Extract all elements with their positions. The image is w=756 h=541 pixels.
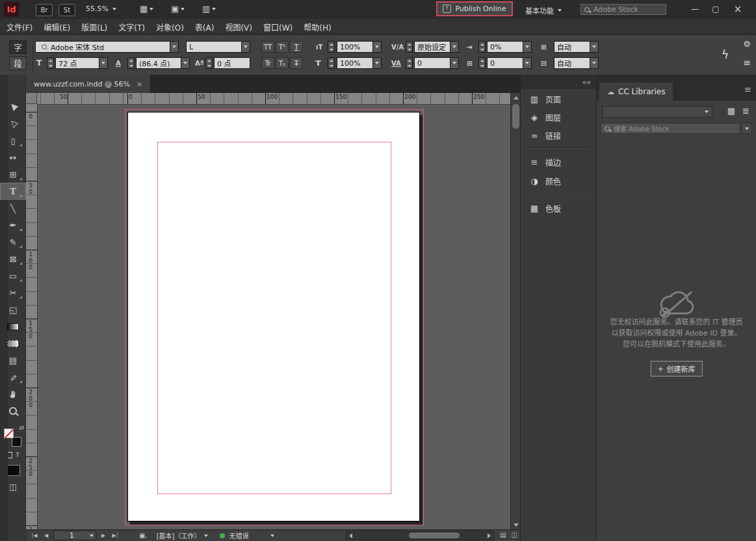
screen-mode-dropdown-icon[interactable]: ▣ bbox=[171, 4, 185, 14]
content-collector-tool[interactable]: ⊞ bbox=[0, 166, 26, 183]
menu-layout[interactable]: 版面(L) bbox=[81, 21, 107, 33]
publish-online-button[interactable]: ↑ Publish Online bbox=[436, 1, 513, 16]
vertical-scrollbar-thumb[interactable] bbox=[512, 104, 519, 129]
leading-dropdown[interactable] bbox=[181, 57, 190, 69]
gradient-swatch-tool[interactable] bbox=[0, 318, 26, 335]
free-transform-tool[interactable]: ◱ bbox=[0, 301, 26, 318]
first-page-button[interactable]: |◀ bbox=[29, 533, 40, 538]
grid-view-icon[interactable]: ▦ bbox=[727, 106, 735, 116]
pencil-tool[interactable]: ✎ bbox=[0, 233, 26, 250]
line-tool[interactable]: ╲ bbox=[0, 200, 26, 217]
paragraph-formatting-button[interactable]: 段 bbox=[9, 57, 27, 70]
leading-field[interactable]: (86.4 点) bbox=[136, 57, 181, 69]
maximize-button[interactable]: ▢ bbox=[707, 0, 724, 18]
preflight-profile-dropdown[interactable]: [基本]（工作） bbox=[157, 531, 209, 540]
panel-menu-icon[interactable]: ≡ bbox=[743, 57, 751, 68]
rectangle-frame-tool[interactable]: ⊠ bbox=[0, 250, 26, 267]
document-page[interactable] bbox=[127, 112, 420, 521]
document-tab[interactable]: www.uzzf.com.indd @ 56% × bbox=[26, 75, 151, 93]
font-style-field[interactable]: L bbox=[186, 41, 242, 53]
menu-file[interactable]: 文件(F) bbox=[7, 21, 33, 33]
next-page-button[interactable]: ▶ bbox=[98, 533, 109, 538]
close-tab-icon[interactable]: × bbox=[137, 80, 142, 88]
aki-dropdown[interactable] bbox=[523, 57, 532, 69]
menu-edit[interactable]: 编辑(E) bbox=[44, 21, 70, 33]
horizontal-scale-stepper[interactable] bbox=[328, 57, 335, 69]
panel-button-color[interactable]: ◑颜色 bbox=[521, 173, 597, 189]
previous-page-button[interactable]: ◀ bbox=[40, 533, 52, 538]
page-number-field[interactable]: 1 bbox=[53, 531, 96, 540]
minimize-button[interactable]: — bbox=[685, 0, 705, 18]
scroll-up-button[interactable] bbox=[511, 93, 520, 102]
tab-cc-libraries[interactable]: ☁ CC Libraries bbox=[599, 83, 673, 101]
tracking-field[interactable]: 0 bbox=[414, 57, 450, 69]
subscript-button[interactable]: T₁ bbox=[276, 57, 289, 69]
adobe-stock-search-input[interactable]: Adobe Stock bbox=[580, 4, 666, 15]
aki-field[interactable]: 0 bbox=[487, 57, 523, 69]
gap-tool[interactable]: ↔ bbox=[0, 149, 26, 166]
scroll-right-button[interactable] bbox=[485, 531, 493, 540]
panel-button-layers[interactable]: ◈图层 bbox=[521, 109, 597, 125]
quick-apply-icon[interactable]: ϟ bbox=[722, 48, 729, 61]
vertical-ruler[interactable]: 0 50 100 150 200 250 300 bbox=[26, 104, 38, 529]
kerning-field[interactable]: 原始设定 bbox=[414, 41, 450, 53]
horizontal-scrollbar[interactable] bbox=[346, 531, 494, 540]
menu-object[interactable]: 对象(O) bbox=[156, 21, 184, 33]
proportional-spacing-field[interactable]: 0% bbox=[487, 41, 523, 53]
search-scope-dropdown[interactable] bbox=[741, 123, 752, 134]
note-tool[interactable]: ▤ bbox=[0, 352, 26, 369]
horizontal-scrollbar-thumb[interactable] bbox=[409, 533, 460, 538]
zoom-tool[interactable] bbox=[0, 402, 26, 419]
stroke-swatch[interactable] bbox=[12, 437, 21, 447]
horizontal-scale-field[interactable]: 100% bbox=[337, 57, 373, 69]
vertical-scale-field[interactable]: 100% bbox=[337, 41, 373, 53]
scissors-tool[interactable]: ✂ bbox=[0, 284, 26, 301]
vertical-scale-stepper[interactable] bbox=[328, 41, 335, 53]
swap-fill-stroke-icon[interactable]: ⇄ bbox=[19, 425, 24, 431]
direct-selection-tool[interactable]: ▷ bbox=[0, 115, 26, 132]
leading-stepper[interactable] bbox=[127, 57, 135, 69]
font-size-stepper[interactable] bbox=[47, 57, 54, 69]
character-formatting-button[interactable]: 字 bbox=[9, 40, 27, 54]
fill-stroke-controls[interactable]: ⇄ bbox=[4, 429, 21, 447]
kerning-stepper[interactable] bbox=[406, 41, 413, 53]
underline-button[interactable]: T bbox=[290, 41, 303, 53]
font-family-field[interactable]: Adobe 宋体 Std bbox=[35, 41, 170, 53]
panel-button-stroke[interactable]: ≡描边 bbox=[521, 154, 597, 170]
arrange-documents-icon[interactable]: ▥ bbox=[202, 4, 216, 14]
panel-button-pages[interactable]: ▥页面 bbox=[521, 91, 597, 107]
create-library-button[interactable]: + 创建新库 bbox=[650, 361, 702, 376]
tracking-dropdown[interactable] bbox=[450, 57, 459, 69]
grid-align-field[interactable]: 自动 bbox=[554, 57, 590, 69]
view-options-icon[interactable]: ▦ bbox=[140, 4, 153, 14]
zoom-level-dropdown[interactable]: 55.5% bbox=[86, 5, 116, 13]
last-page-button[interactable]: ▶| bbox=[109, 533, 121, 538]
stock-button[interactable]: St bbox=[59, 4, 75, 16]
grid-align-dropdown[interactable] bbox=[590, 57, 599, 69]
split-window-icon[interactable]: ◫ bbox=[512, 531, 517, 538]
formatting-affects-text-button[interactable]: T bbox=[16, 452, 20, 458]
rectangle-tool[interactable]: ▭ bbox=[0, 267, 26, 284]
baseline-shift-field[interactable]: 0 点 bbox=[214, 57, 250, 69]
font-size-field[interactable]: 72 点 bbox=[55, 57, 99, 69]
selection-tool[interactable]: ▶ bbox=[0, 98, 26, 115]
font-family-dropdown[interactable] bbox=[170, 41, 179, 53]
menu-window[interactable]: 窗口(W) bbox=[263, 21, 293, 33]
page-tool[interactable]: ▯ bbox=[0, 132, 26, 149]
superscript-button[interactable]: T¹ bbox=[276, 41, 289, 53]
horizontal-scale-dropdown[interactable] bbox=[373, 57, 382, 69]
aki-stepper[interactable] bbox=[478, 57, 486, 69]
proportional-spacing-stepper[interactable] bbox=[478, 41, 486, 53]
list-view-icon[interactable]: ≣ bbox=[742, 106, 749, 116]
panel-menu-icon[interactable]: ≡ bbox=[744, 85, 751, 94]
ruler-origin[interactable] bbox=[26, 93, 37, 104]
library-select-dropdown[interactable] bbox=[602, 106, 712, 118]
baseline-shift-stepper[interactable] bbox=[205, 57, 213, 69]
grid-count-dropdown[interactable] bbox=[590, 41, 599, 53]
menu-table[interactable]: 表(A) bbox=[195, 21, 215, 33]
fill-swatch[interactable] bbox=[4, 429, 14, 438]
font-size-dropdown[interactable] bbox=[99, 57, 108, 69]
menu-type[interactable]: 文字(T) bbox=[118, 21, 145, 33]
type-tool[interactable]: T bbox=[0, 183, 26, 200]
tracking-stepper[interactable] bbox=[406, 57, 413, 69]
